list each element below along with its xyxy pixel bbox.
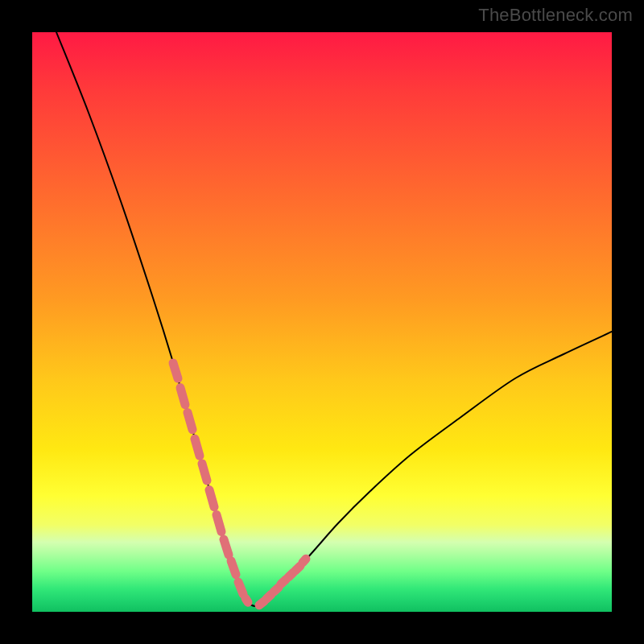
highlight-dash [288,573,293,578]
highlight-dash [274,588,279,592]
highlight-dash [295,566,300,571]
highlight-dash [217,514,221,531]
highlight-dash [238,582,243,594]
chart-frame: TheBottleneck.com [0,0,644,644]
highlight-dash [246,598,248,602]
watermark: TheBottleneck.com [478,5,633,26]
highlight-dash [259,601,264,605]
highlight-dash [188,412,192,429]
highlight-dash [173,363,178,378]
highlight-dash [231,561,236,575]
highlight-dash [180,388,185,405]
highlight-dash [202,464,207,481]
highlight-dash [281,580,286,584]
curve-highlight-left [173,363,248,602]
highlight-dash [209,490,214,507]
highlight-dash [266,594,271,599]
curve-layer [32,32,612,612]
curve-highlight-right [259,559,306,605]
highlight-dash [303,559,306,562]
highlight-dash [195,439,200,456]
plot-area [32,32,612,612]
bottleneck-curve [56,32,612,606]
highlight-dash [224,539,229,555]
